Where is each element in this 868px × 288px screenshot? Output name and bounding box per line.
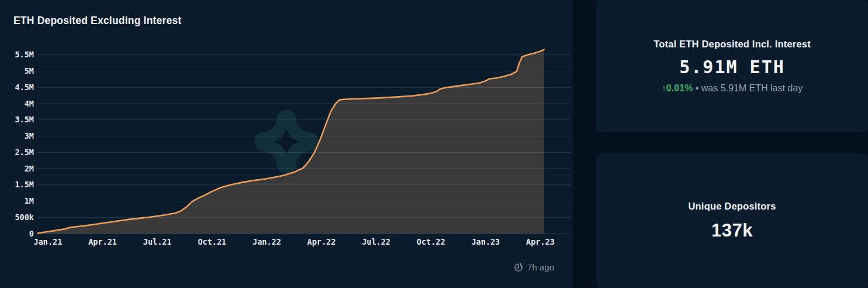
svg-text:Apr.21: Apr.21 xyxy=(88,237,117,246)
unique-depositors-card: Unique Depositors 137k xyxy=(596,153,868,288)
svg-text:500k: 500k xyxy=(15,212,34,222)
svg-text:3.5M: 3.5M xyxy=(15,115,34,124)
clock-history-icon xyxy=(514,263,523,272)
svg-text:Apr.22: Apr.22 xyxy=(307,237,336,246)
unique-depositors-value: 137k xyxy=(711,220,753,241)
svg-text:5M: 5M xyxy=(25,66,34,76)
svg-text:2M: 2M xyxy=(25,164,34,173)
dashboard: ETH Deposited Excluding Interest 0500k1M… xyxy=(0,0,868,288)
change-note: • was 5.91M ETH last day xyxy=(696,83,803,93)
svg-text:Jul.22: Jul.22 xyxy=(362,237,390,246)
svg-text:2.5M: 2.5M xyxy=(15,148,34,157)
svg-text:Jan.22: Jan.22 xyxy=(253,237,281,246)
svg-text:Jan.23: Jan.23 xyxy=(471,237,500,246)
svg-text:5.5M: 5.5M xyxy=(15,50,34,59)
svg-text:4M: 4M xyxy=(25,99,34,108)
svg-text:1M: 1M xyxy=(25,196,34,205)
change-percent: 0.01% xyxy=(666,83,693,93)
svg-text:3M: 3M xyxy=(25,131,34,140)
svg-text:Jan.21: Jan.21 xyxy=(34,237,63,246)
last-updated: 7h ago xyxy=(514,262,554,272)
svg-text:1.5M: 1.5M xyxy=(15,180,34,189)
total-deposited-change: ↑0.01% • was 5.91M ETH last day xyxy=(662,83,803,94)
svg-text:4.5M: 4.5M xyxy=(15,83,34,92)
svg-text:Oct.21: Oct.21 xyxy=(198,237,226,246)
svg-text:Oct.22: Oct.22 xyxy=(417,237,445,246)
eth-deposited-area-chart[interactable]: 0500k1M1.5M2M2.5M3M3.5M4M4.5M5M5.5MJan.2… xyxy=(0,0,573,288)
svg-text:Jul.21: Jul.21 xyxy=(143,237,172,246)
last-updated-text: 7h ago xyxy=(527,262,554,272)
total-deposited-card: Total ETH Deposited Incl. Interest 5.91M… xyxy=(596,0,868,132)
total-deposited-value: 5.91M ETH xyxy=(679,57,785,77)
unique-depositors-title: Unique Depositors xyxy=(688,201,776,212)
svg-text:Apr.23: Apr.23 xyxy=(526,237,555,246)
total-deposited-title: Total ETH Deposited Incl. Interest xyxy=(653,39,811,50)
up-arrow-icon: ↑ xyxy=(662,83,666,93)
chart-panel: ETH Deposited Excluding Interest 0500k1M… xyxy=(0,0,573,288)
